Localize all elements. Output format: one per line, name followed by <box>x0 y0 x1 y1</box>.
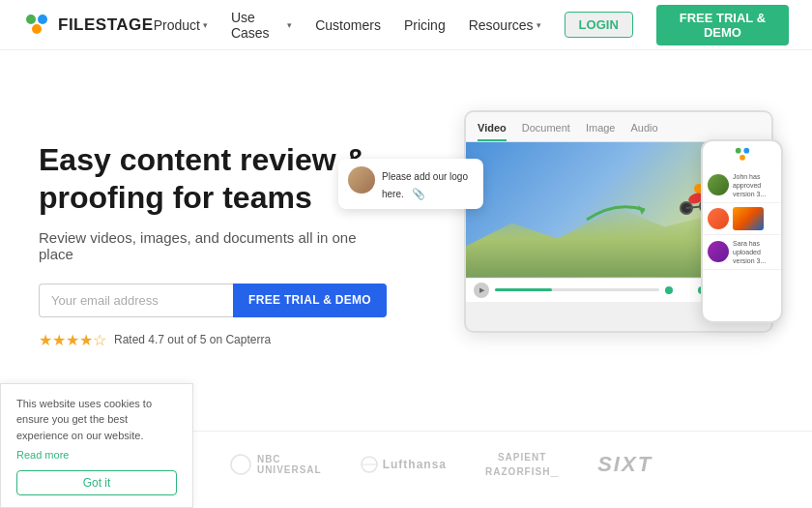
phone-app-icon <box>733 145 752 164</box>
commenter-avatar <box>348 166 375 194</box>
chevron-down-icon: ▾ <box>287 20 292 30</box>
email-input[interactable] <box>39 284 233 317</box>
comment-bubble: Please add our logo here. 📎 <box>338 159 483 209</box>
phone-avatar-1 <box>708 174 729 195</box>
login-button[interactable]: LOGIN <box>565 12 633 38</box>
chevron-down-icon: ▾ <box>203 20 208 30</box>
nav-product[interactable]: Product ▾ <box>154 17 208 33</box>
logo-sixt: SIXT <box>597 452 652 477</box>
phone-notification-1: John has approved version 3... <box>703 168 781 203</box>
arrow-icon <box>582 195 650 229</box>
phone-avatar-2 <box>708 208 729 229</box>
svg-point-1 <box>38 15 47 24</box>
hero-section: Easy content review &proofing for teams … <box>0 60 812 431</box>
mockup-tabs: Video Document Image Audio <box>466 112 771 142</box>
cookie-banner: This website uses cookies to ensure you … <box>0 383 193 509</box>
clip-icon: 📎 <box>412 188 425 199</box>
svg-point-11 <box>740 155 745 161</box>
logo-sapient: SAPIENT RAZORFISH_ <box>485 452 559 478</box>
rating-text: Rated 4.7 out of 5 on Capterra <box>114 333 271 346</box>
play-button[interactable]: ▶ <box>474 283 489 298</box>
logo[interactable]: FILESTAGE <box>23 12 154 39</box>
cookie-message: This website uses cookies to ensure you … <box>16 396 177 444</box>
nav-pricing[interactable]: Pricing <box>404 17 446 33</box>
hero-subtitle: Review videos, images, and documents all… <box>39 229 387 262</box>
logo-icon <box>23 12 50 39</box>
nav-resources[interactable]: Resources ▾ <box>469 17 541 33</box>
lufthansa-icon <box>361 456 378 473</box>
phone-notification-text-2: Sara has uploaded version 3... <box>733 239 776 265</box>
hero-mockup: Video Document Image Audio <box>406 110 773 381</box>
phone-thumbnail-fish <box>703 203 781 235</box>
phone-mockup: John has approved version 3... Sara has … <box>701 139 783 323</box>
nav-customers[interactable]: Customers <box>315 17 381 33</box>
logo-nbc: NBCUNIVERSAL <box>229 453 322 476</box>
logo-lufthansa: Lufthansa <box>361 456 447 473</box>
svg-point-2 <box>32 24 42 34</box>
nav-use-cases[interactable]: Use Cases ▾ <box>231 10 292 41</box>
comment-content: Please add our logo here. 📎 <box>382 166 474 201</box>
navbar: FILESTAGE Product ▾ Use Cases ▾ Customer… <box>0 0 812 50</box>
brand-name: FILESTAGE <box>58 15 154 35</box>
progress-bar <box>495 288 659 291</box>
chevron-down-icon: ▾ <box>536 20 541 30</box>
svg-point-10 <box>743 147 749 153</box>
star-rating: ★★★★☆ <box>39 331 106 349</box>
svg-marker-8 <box>638 205 645 215</box>
progress-fill <box>495 288 552 291</box>
phone-avatar-3 <box>708 241 729 262</box>
phone-logo <box>703 141 781 168</box>
nav-cta-button[interactable]: FREE TRIAL & DEMO <box>656 5 789 45</box>
hero-form: FREE TRIAL & DEMO <box>39 284 387 317</box>
svg-point-9 <box>735 147 740 153</box>
cookie-accept-button[interactable]: Got it <box>16 470 177 495</box>
tab-audio[interactable]: Audio <box>630 118 657 141</box>
phone-notification-text-1: John has approved version 3... <box>733 172 776 198</box>
tab-image[interactable]: Image <box>586 118 616 141</box>
rating-section: ★★★★☆ Rated 4.7 out of 5 on Capterra <box>39 331 387 349</box>
phone-notification-2: Sara has uploaded version 3... <box>703 235 781 270</box>
nav-links: Product ▾ Use Cases ▾ Customers Pricing … <box>154 5 789 45</box>
tab-document[interactable]: Document <box>522 118 570 141</box>
cookie-read-more[interactable]: Read more <box>16 449 177 461</box>
hero-title: Easy content review &proofing for teams <box>39 141 387 216</box>
hero-cta-button[interactable]: FREE TRIAL & DEMO <box>233 284 387 317</box>
svg-point-0 <box>26 15 36 24</box>
nbc-icon <box>229 453 252 476</box>
tab-video[interactable]: Video <box>478 118 507 141</box>
marker-dot <box>665 286 673 294</box>
svg-point-14 <box>231 455 250 474</box>
